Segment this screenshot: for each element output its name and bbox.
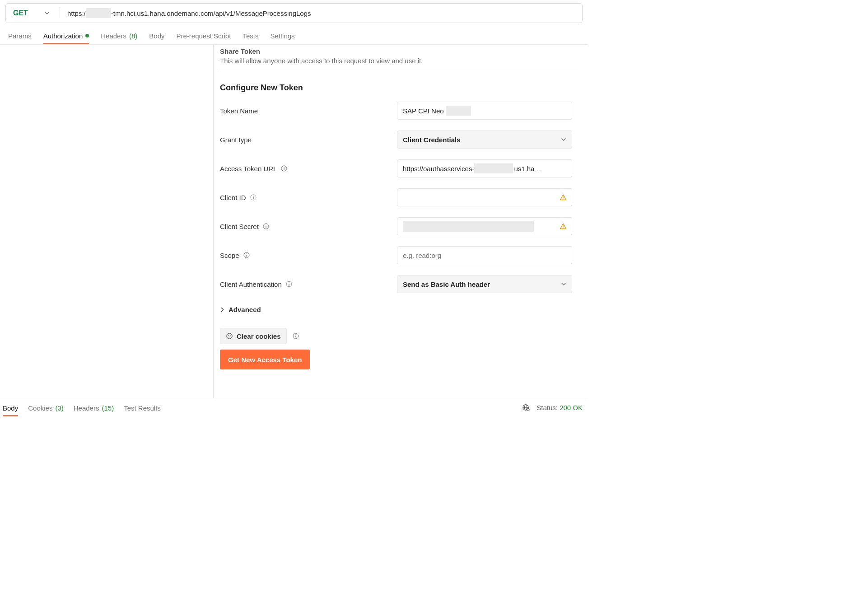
tab-authorization[interactable]: Authorization (43, 28, 89, 44)
token-name-input[interactable]: SAP CPI Neo (397, 102, 572, 120)
svg-rect-29 (527, 409, 529, 411)
redacted-url-segment (86, 8, 111, 18)
svg-rect-5 (253, 197, 253, 199)
access-token-url-label: Access Token URL (220, 165, 397, 173)
svg-point-9 (266, 224, 266, 225)
client-secret-row: Client Secret (220, 217, 578, 235)
info-icon[interactable] (285, 280, 293, 288)
chevron-down-icon (561, 137, 566, 142)
info-icon[interactable] (243, 252, 250, 259)
grant-type-label: Grant type (220, 136, 397, 144)
configure-new-token-heading: Configure New Token (220, 83, 578, 93)
redacted-client-secret (403, 221, 534, 232)
redacted-url-segment (474, 163, 513, 173)
response-tab-test-results[interactable]: Test Results (124, 400, 161, 416)
share-token-title: Share Token (220, 47, 578, 55)
svg-point-19 (227, 333, 232, 339)
cookie-icon (226, 332, 233, 340)
status-value: 200 OK (560, 404, 583, 411)
access-token-url-row: Access Token URL https://oauthasservices… (220, 159, 578, 177)
client-authentication-label: Client Authentication (220, 280, 397, 288)
http-method-selector[interactable]: GET (6, 4, 56, 23)
svg-rect-2 (284, 168, 285, 170)
redacted-client-id (403, 192, 554, 203)
chevron-right-icon (220, 307, 225, 312)
scope-row: Scope (220, 246, 578, 264)
response-tab-body[interactable]: Body (3, 400, 18, 416)
http-method-label: GET (13, 9, 28, 17)
response-tabbar: Body Cookies (3) Headers (15) Test Resul… (0, 398, 588, 416)
client-authentication-row: Client Authentication Send as Basic Auth… (220, 275, 578, 293)
clear-cookies-button[interactable]: Clear cookies (220, 328, 287, 344)
share-token-section: Share Token This will allow anyone with … (220, 45, 578, 72)
info-icon[interactable] (280, 165, 288, 172)
client-secret-label: Client Secret (220, 223, 397, 230)
get-new-access-token-button[interactable]: Get New Access Token (220, 350, 310, 369)
svg-point-1 (284, 167, 285, 168)
chevron-down-icon (561, 281, 566, 287)
svg-rect-18 (289, 284, 289, 285)
chevron-down-icon (44, 10, 50, 16)
response-status-area: Status: 200 OK (522, 404, 583, 412)
tab-settings[interactable]: Settings (270, 28, 294, 44)
unsaved-dot-icon (85, 34, 89, 37)
svg-point-7 (563, 199, 564, 200)
share-token-desc: This will allow anyone with access to th… (220, 57, 578, 65)
info-icon[interactable] (292, 332, 299, 340)
request-url-input[interactable]: https:/ -tmn.hci.us1.hana.ondemand.com/a… (64, 4, 582, 23)
svg-point-4 (253, 196, 254, 196)
tab-headers[interactable]: Headers (8) (101, 28, 137, 44)
scope-input[interactable] (397, 246, 572, 264)
svg-point-24 (295, 334, 296, 335)
tab-body[interactable]: Body (149, 28, 164, 44)
info-icon[interactable] (262, 223, 270, 230)
tab-tests[interactable]: Tests (243, 28, 258, 44)
divider (60, 8, 60, 18)
access-token-url-input[interactable]: https://oauthasservices- us1.ha ... (397, 159, 572, 177)
svg-point-12 (563, 228, 564, 229)
status-label: Status: (537, 404, 558, 411)
svg-rect-11 (563, 225, 563, 227)
svg-point-22 (229, 336, 229, 337)
tab-prerequest-script[interactable]: Pre-request Script (177, 28, 231, 44)
client-id-row: Client ID (220, 188, 578, 206)
auth-content: Share Token This will allow anyone with … (0, 45, 588, 398)
request-tabbar: Params Authorization Headers (8) Body Pr… (0, 27, 588, 45)
warning-icon (560, 223, 567, 230)
svg-point-14 (246, 253, 247, 254)
response-tab-headers[interactable]: Headers (15) (74, 400, 114, 416)
advanced-toggle[interactable]: Advanced (220, 306, 578, 313)
client-id-input[interactable] (397, 188, 572, 206)
grant-type-row: Grant type Client Credentials (220, 131, 578, 149)
left-pane (0, 45, 213, 398)
globe-network-icon[interactable] (522, 404, 530, 412)
info-icon[interactable] (250, 194, 257, 201)
svg-point-20 (228, 335, 229, 336)
scope-label: Scope (220, 252, 397, 259)
svg-rect-25 (295, 336, 296, 337)
tab-params[interactable]: Params (8, 28, 32, 44)
client-secret-input[interactable] (397, 217, 572, 235)
response-tab-cookies[interactable]: Cookies (3) (28, 400, 64, 416)
token-name-label: Token Name (220, 107, 397, 115)
svg-point-21 (230, 336, 231, 336)
grant-type-select[interactable]: Client Credentials (397, 131, 572, 149)
auth-config-pane: Share Token This will allow anyone with … (214, 45, 588, 398)
request-url-row: GET https:/ -tmn.hci.us1.hana.ondemand.c… (5, 3, 583, 23)
client-id-label: Client ID (220, 194, 397, 201)
svg-rect-10 (266, 226, 266, 228)
svg-rect-6 (563, 196, 563, 198)
client-authentication-select[interactable]: Send as Basic Auth header (397, 275, 572, 293)
svg-point-17 (289, 282, 289, 283)
redacted-token-name (446, 106, 471, 116)
svg-rect-15 (246, 255, 247, 257)
warning-icon (560, 194, 567, 201)
token-name-row: Token Name SAP CPI Neo (220, 102, 578, 120)
